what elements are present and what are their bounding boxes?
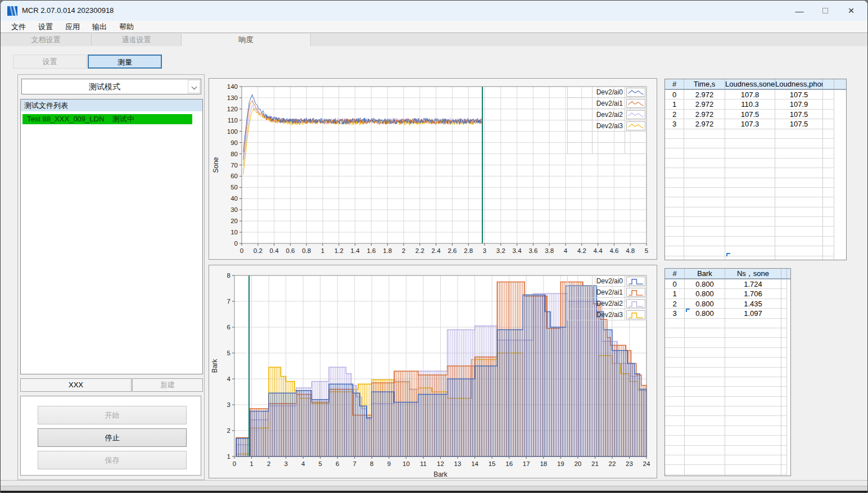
tab-loudness[interactable]: 响度 [182,34,311,46]
xxx-button[interactable]: XXX [20,378,132,392]
table-row[interactable] [665,358,790,367]
column-header[interactable]: Loudness,phon [775,79,823,89]
table-row[interactable] [665,168,846,178]
table-row[interactable] [665,178,846,188]
table-row[interactable] [665,246,846,256]
table-cell: 107.5 [775,90,823,99]
tab-channel-settings[interactable]: 通道设置 [92,34,182,46]
settings-view-button[interactable]: 设置 [13,55,87,69]
loudness-table[interactable]: #Time,sLoudness,soneLoudness,phon02.9721… [664,79,847,260]
table-row[interactable]: 20.8001.435 [665,299,790,309]
close-button[interactable]: × [838,1,864,21]
table-row[interactable] [665,348,790,358]
table-row[interactable] [665,148,846,158]
table-row[interactable] [665,188,846,197]
table-row[interactable]: 32.972107.3107.5 [665,119,846,129]
svg-text:3.2: 3.2 [496,247,505,254]
table-row[interactable] [665,256,846,260]
table-row[interactable]: 12.972110.3107.9 [665,99,846,109]
column-header[interactable]: Bark [685,269,725,278]
table-row[interactable] [665,207,846,217]
table-cell [665,397,685,406]
table-row[interactable] [665,197,846,207]
column-header[interactable]: # [665,79,684,89]
table-row[interactable] [665,426,790,436]
table-row[interactable] [665,446,790,455]
table-row[interactable] [665,237,846,246]
table-row[interactable] [665,397,790,406]
maximize-button[interactable] [812,1,838,21]
table-cell: 0 [665,279,685,289]
table-row[interactable] [665,139,846,148]
table-row[interactable] [665,227,846,236]
menu-output[interactable]: 输出 [86,21,113,33]
column-header[interactable]: # [665,269,685,278]
table-row[interactable] [665,387,790,396]
stop-button[interactable]: 停止 [38,428,187,447]
save-button[interactable]: 保存 [38,451,187,469]
table-row[interactable] [665,159,846,168]
table-cell [725,426,781,436]
menu-help[interactable]: 帮助 [113,21,140,33]
table-row[interactable] [665,338,790,347]
table-cell [725,188,775,197]
combo-dropdown-button[interactable] [188,80,200,93]
table-row[interactable]: 02.972107.8107.5 [665,90,846,99]
menu-settings[interactable]: 设置 [32,21,59,33]
bark-table[interactable]: #BarkNs，sone00.8001.72410.8001.70620.800… [664,268,791,476]
table-row[interactable] [665,436,790,445]
table-row[interactable] [665,377,790,387]
minimize-button[interactable]: — [786,1,812,21]
table-row[interactable] [665,416,790,426]
titlebar[interactable]: MCR 2.07.0.014 202300918 — × [1,1,867,21]
table-row[interactable]: 22.972107.5107.5 [665,110,846,119]
table-row[interactable]: 10.8001.706 [665,289,790,298]
legend-label: Dev2/ai1 [592,98,625,109]
legend-glyph-cell [625,132,647,143]
legend-row[interactable]: Dev2/ai0 [567,87,647,98]
table-cell [685,338,725,347]
legend-spacer-cell [567,275,592,287]
table-cell: 1.724 [725,279,781,289]
legend-row[interactable]: Dev2/ai2 [567,298,647,309]
table-cell: 0 [665,90,684,99]
table-row[interactable] [665,465,790,474]
legend-row[interactable]: Dev2/ai1 [567,287,647,298]
test-file-list[interactable]: 测试文件列表 Test 88_XXX_009_LDN 测试中 [20,99,203,374]
legend-label: Dev2/ai0 [592,87,625,98]
column-header[interactable]: Loudness,sone [725,79,775,89]
list-item-active-test[interactable]: Test 88_XXX_009_LDN 测试中 [22,114,192,124]
legend-row[interactable]: Dev2/ai0 [567,275,647,287]
test-mode-select[interactable]: 测试模式 [21,79,201,94]
menu-apply[interactable]: 应用 [59,21,86,33]
table-row[interactable] [665,406,790,416]
loudness-time-chart[interactable]: 00.20.40.60.811.21.41.61.822.22.42.62.83… [209,78,657,260]
start-button[interactable]: 开始 [38,406,187,424]
measure-view-button[interactable]: 测量 [88,55,162,69]
legend-row[interactable]: Dev2/ai3 [567,120,647,132]
table-row[interactable] [665,368,790,377]
table-cell [685,319,725,328]
menu-file[interactable]: 文件 [5,21,32,33]
column-header[interactable]: Ns，sone [725,269,781,278]
bark-spectrum-chart[interactable]: 0123456789101112131415161718192021222324… [209,265,657,478]
table-cell [665,426,685,436]
legend-row[interactable]: Dev2/ai3 [567,309,647,320]
table-cell [725,227,775,236]
table-row[interactable] [665,455,790,465]
table-row[interactable] [665,475,790,476]
svg-text:6: 6 [227,324,230,331]
tab-document-settings[interactable]: 文档设置 [1,34,92,46]
new-button[interactable]: 新建 [132,378,203,392]
table-row[interactable] [665,319,790,328]
table-row[interactable]: 30.8001.097 [665,309,790,318]
table-row[interactable]: 00.8001.724 [665,279,790,289]
svg-text:2.6: 2.6 [447,247,456,254]
column-header[interactable]: Time,s [684,79,725,89]
legend-row[interactable]: Dev2/ai2 [567,109,647,120]
svg-text:20: 20 [574,460,581,467]
table-row[interactable] [665,129,846,139]
legend-row[interactable]: Dev2/ai1 [567,98,647,109]
table-row[interactable] [665,217,846,227]
table-row[interactable] [665,328,790,338]
